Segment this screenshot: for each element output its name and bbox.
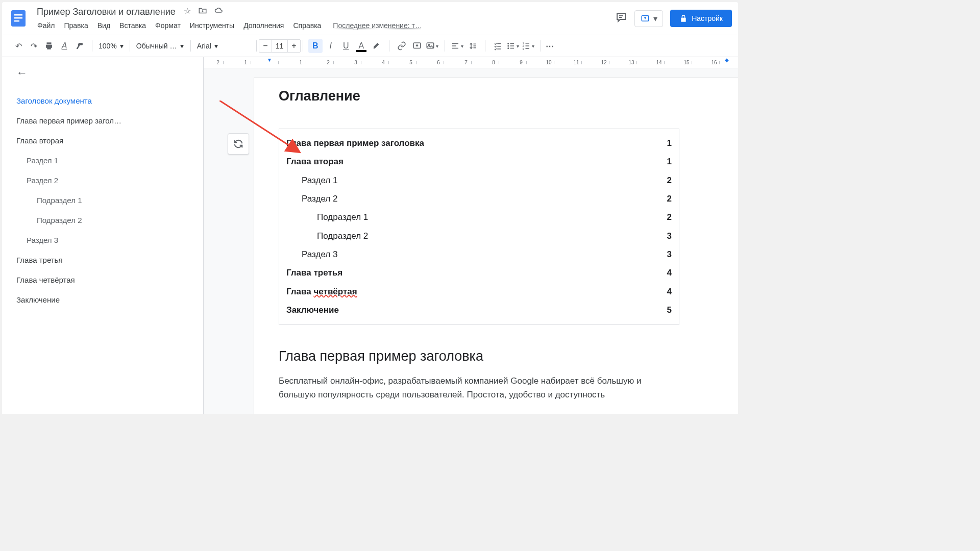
svg-rect-3 xyxy=(14,20,19,22)
font-size-box: − 11 + xyxy=(259,39,301,53)
back-arrow-icon[interactable]: ← xyxy=(16,66,189,80)
toc-row[interactable]: Глава четвёртая4 xyxy=(286,283,672,301)
share-button[interactable]: Настройк xyxy=(670,10,732,27)
page[interactable]: Оглавление Глава первая пример заголовка… xyxy=(254,78,738,414)
outline-item[interactable]: Глава первая пример загол… xyxy=(16,111,189,131)
svg-rect-2 xyxy=(14,17,22,19)
outline-item[interactable]: Глава четвёртая xyxy=(16,270,189,290)
toc-row[interactable]: Заключение5 xyxy=(286,301,672,319)
paint-format-button[interactable] xyxy=(72,39,87,53)
highlight-button[interactable] xyxy=(370,39,384,53)
outline-item[interactable]: Заголовок документа xyxy=(16,91,189,111)
svg-rect-17 xyxy=(526,45,530,46)
numbered-list-button[interactable]: 123▾ xyxy=(521,39,535,53)
menu-help[interactable]: Справка xyxy=(289,19,325,32)
underline-button[interactable]: U xyxy=(339,39,353,53)
outline-item[interactable]: Глава вторая xyxy=(16,131,189,151)
style-select[interactable]: Обычный …▾ xyxy=(132,40,188,52)
more-button[interactable]: ⋯ xyxy=(543,39,557,53)
present-button[interactable]: ▾ xyxy=(634,10,663,27)
toc-row[interactable]: Раздел 33 xyxy=(286,245,672,264)
comment-button[interactable] xyxy=(410,39,424,53)
svg-point-8 xyxy=(508,43,509,44)
last-change-link[interactable]: Последнее изменение: т… xyxy=(333,21,422,30)
toc-row[interactable]: Глава вторая1 xyxy=(286,153,672,171)
bold-button[interactable]: B xyxy=(308,39,323,53)
undo-button[interactable]: ↶ xyxy=(11,39,26,53)
outline-item[interactable]: Раздел 3 xyxy=(16,230,189,250)
toc-row[interactable]: Подраздел 23 xyxy=(286,227,672,245)
font-size-increase[interactable]: + xyxy=(288,40,300,52)
menu-insert[interactable]: Вставка xyxy=(116,19,150,32)
docs-logo[interactable] xyxy=(8,8,29,29)
body-text: Бесплатный онлайн-офис, разрабатываемый … xyxy=(279,374,679,402)
document-area[interactable]: ▼ 211234567891011121314151617 ◆ Оглавлен… xyxy=(204,57,738,414)
svg-text:3: 3 xyxy=(523,47,525,51)
menu-addons[interactable]: Дополнения xyxy=(240,19,287,32)
star-icon[interactable]: ☆ xyxy=(184,6,191,17)
outline-sidebar: ← Заголовок документаГлава первая пример… xyxy=(2,57,204,414)
print-button[interactable] xyxy=(42,39,56,53)
menu-edit[interactable]: Правка xyxy=(60,19,91,32)
toc-row[interactable]: Подраздел 12 xyxy=(286,208,672,227)
font-select[interactable]: Arial▾ xyxy=(193,40,254,52)
comments-icon[interactable] xyxy=(615,11,627,26)
ruler-indent-right-marker[interactable]: ◆ xyxy=(725,57,729,63)
svg-rect-11 xyxy=(510,45,514,46)
style-value: Обычный … xyxy=(136,42,177,50)
ruler-indent-left-marker[interactable]: ▼ xyxy=(267,57,272,63)
menu-format[interactable]: Формат xyxy=(152,19,184,32)
svg-rect-13 xyxy=(510,48,514,49)
svg-point-10 xyxy=(508,45,509,47)
outline-item[interactable]: Глава третья xyxy=(16,250,189,270)
cloud-save-icon[interactable] xyxy=(214,6,224,17)
outline-item[interactable]: Заключение xyxy=(16,290,189,310)
toc-box[interactable]: Глава первая пример заголовка1Глава втор… xyxy=(279,129,679,325)
toc-row[interactable]: Глава первая пример заголовка1 xyxy=(286,134,672,153)
font-size-decrease[interactable]: − xyxy=(259,40,272,52)
zoom-select[interactable]: 100%▾ xyxy=(94,40,128,52)
share-label: Настройк xyxy=(692,14,723,22)
redo-button[interactable]: ↷ xyxy=(27,39,41,53)
menu-tools[interactable]: Инструменты xyxy=(186,19,238,32)
toolbar: ↶ ↷ A 100%▾ Обычный …▾ Arial▾ − 11 + B I… xyxy=(2,35,738,57)
menu-file[interactable]: Файл xyxy=(34,19,58,32)
font-value: Arial xyxy=(197,42,211,50)
outline-item[interactable]: Подраздел 2 xyxy=(16,210,189,230)
svg-rect-15 xyxy=(526,43,530,44)
bullet-list-button[interactable]: ▾ xyxy=(506,39,520,53)
header: Пример Заголовки и оглавление ☆ Файл Пра… xyxy=(2,2,738,35)
align-button[interactable]: ▾ xyxy=(450,39,464,53)
svg-rect-1 xyxy=(14,14,22,16)
chapter-heading: Глава первая пример заголовка xyxy=(279,348,679,364)
toc-row[interactable]: Раздел 22 xyxy=(286,190,672,208)
outline-item[interactable]: Подраздел 1 xyxy=(16,190,189,210)
menu-view[interactable]: Вид xyxy=(94,19,114,32)
image-button[interactable]: ▾ xyxy=(425,39,439,53)
svg-rect-19 xyxy=(526,48,530,49)
toc-row[interactable]: Глава третья4 xyxy=(286,264,672,282)
toc-refresh-button[interactable] xyxy=(228,133,249,155)
document-title[interactable]: Пример Заголовки и оглавление xyxy=(34,6,179,18)
ruler[interactable]: ▼ 211234567891011121314151617 ◆ xyxy=(204,57,738,68)
font-size-value[interactable]: 11 xyxy=(272,40,288,52)
spellcheck-button[interactable]: A xyxy=(57,39,71,53)
checklist-button[interactable] xyxy=(491,39,505,53)
zoom-value: 100% xyxy=(99,42,117,50)
text-color-button[interactable]: A xyxy=(354,39,369,53)
toc-row[interactable]: Раздел 12 xyxy=(286,171,672,190)
outline-item[interactable]: Раздел 1 xyxy=(16,151,189,170)
link-button[interactable] xyxy=(395,39,409,53)
svg-rect-9 xyxy=(510,43,514,44)
move-icon[interactable] xyxy=(198,6,207,17)
italic-button[interactable]: I xyxy=(324,39,338,53)
outline-item[interactable]: Раздел 2 xyxy=(16,170,189,190)
toc-heading: Оглавление xyxy=(279,88,679,104)
line-spacing-button[interactable] xyxy=(465,39,480,53)
svg-point-12 xyxy=(508,47,509,49)
